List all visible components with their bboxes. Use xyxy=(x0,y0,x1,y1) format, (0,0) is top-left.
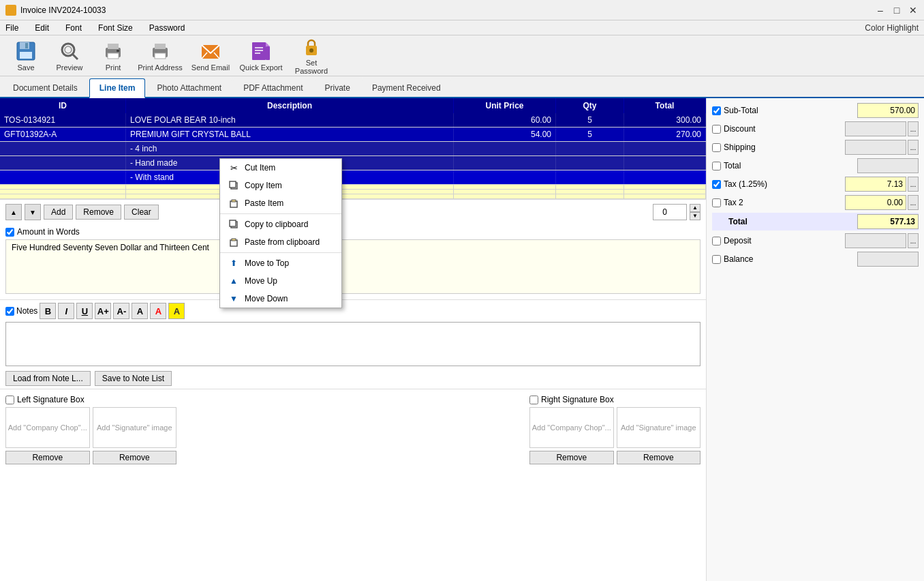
add-button[interactable]: Add xyxy=(44,205,73,220)
remove-chop-left-button[interactable]: Remove xyxy=(5,451,90,464)
qty-input[interactable] xyxy=(653,204,687,220)
remove-sig-left-button[interactable]: Remove xyxy=(93,451,177,464)
load-from-note-button[interactable]: Load from Note L... xyxy=(5,371,91,386)
save-button[interactable]: Save xyxy=(5,38,46,74)
tax2-checkbox[interactable] xyxy=(712,198,721,207)
tab-private[interactable]: Private xyxy=(315,78,360,97)
context-menu-copy-item[interactable]: Copy Item xyxy=(220,177,341,194)
preview-button[interactable]: Preview xyxy=(49,38,90,74)
right-sig-checkbox[interactable] xyxy=(529,396,538,404)
set-password-button[interactable]: Set Password xyxy=(288,38,335,74)
context-menu-copy-clipboard[interactable]: Copy to clipboard xyxy=(220,215,341,233)
table-row[interactable] xyxy=(0,194,706,199)
clear-button[interactable]: Clear xyxy=(124,205,159,220)
cell-qty xyxy=(556,185,624,189)
company-chop-right[interactable]: Add "Company Chop"... xyxy=(529,407,614,448)
print-address-button[interactable]: Print Address xyxy=(136,38,184,74)
tax-value: 7.13 xyxy=(845,177,906,192)
remove-button[interactable]: Remove xyxy=(76,205,121,220)
tab-pdf-attachment[interactable]: PDF Attachment xyxy=(233,78,313,97)
grand-total-value: 577.13 xyxy=(857,214,919,229)
tab-photo-attachment[interactable]: Photo Attachment xyxy=(147,78,232,97)
qty-spinner: ▲ ▼ xyxy=(690,204,700,220)
menu-file[interactable]: File xyxy=(3,22,21,34)
qty-up-button[interactable]: ▲ xyxy=(690,204,700,212)
font-color-red-button[interactable]: A xyxy=(150,303,166,319)
tab-line-item[interactable]: Line Item xyxy=(89,78,146,98)
shipping-checkbox[interactable] xyxy=(712,143,721,152)
sub-total-checkbox[interactable] xyxy=(712,106,721,115)
menu-font-size[interactable]: Font Size xyxy=(95,22,136,34)
font-reset-button[interactable]: A xyxy=(132,303,148,319)
cell-qty xyxy=(556,194,624,198)
table-row[interactable]: - With stand xyxy=(0,170,706,185)
table-header: ID Description Unit Price Qty Total xyxy=(0,98,706,113)
table-row[interactable] xyxy=(0,185,706,190)
table-row[interactable] xyxy=(0,190,706,194)
cell-id xyxy=(0,156,126,170)
tax-checkbox[interactable] xyxy=(712,180,721,189)
amount-words-checkbox[interactable] xyxy=(5,228,14,237)
app-wrapper: Invoice INV2024-10033 – □ ✕ File Edit Fo… xyxy=(0,0,924,581)
company-chop-left[interactable]: Add "Company Chop"... xyxy=(5,407,90,448)
context-menu-cut-item[interactable]: ✂ Cut Item xyxy=(220,159,341,177)
font-increase-button[interactable]: A+ xyxy=(95,303,111,319)
balance-checkbox[interactable] xyxy=(712,255,721,264)
shipping-ellipsis[interactable]: ... xyxy=(908,140,919,155)
total-before-tax-checkbox[interactable] xyxy=(712,162,721,170)
maximize-button[interactable]: □ xyxy=(891,5,902,16)
qty-down-button[interactable]: ▼ xyxy=(690,212,700,220)
menu-edit[interactable]: Edit xyxy=(32,22,52,34)
menu-password[interactable]: Password xyxy=(147,22,188,34)
signature-image-right[interactable]: Add "Signature" image xyxy=(617,407,701,448)
signature-image-left[interactable]: Add "Signature" image xyxy=(93,407,177,448)
right-sig-label: Right Signature Box xyxy=(541,395,614,404)
font-decrease-button[interactable]: A- xyxy=(113,303,129,319)
left-sig-checkbox[interactable] xyxy=(5,396,14,404)
notes-textarea[interactable] xyxy=(5,322,700,366)
preview-label: Preview xyxy=(56,63,82,72)
minimize-button[interactable]: – xyxy=(875,5,886,16)
menu-font[interactable]: Font xyxy=(63,22,84,34)
underline-button[interactable]: U xyxy=(76,303,93,319)
context-menu-paste-clipboard[interactable]: Paste from clipboard xyxy=(220,233,341,251)
table-row[interactable]: - Hand made xyxy=(0,156,706,170)
move-up-icon: ▲ xyxy=(228,275,239,286)
context-menu-move-up[interactable]: ▲ Move Up xyxy=(220,272,341,290)
italic-button[interactable]: I xyxy=(58,303,74,319)
shipping-value xyxy=(845,140,906,155)
print-button[interactable]: Print xyxy=(93,38,134,74)
cell-total xyxy=(624,185,706,189)
close-button[interactable]: ✕ xyxy=(908,5,919,16)
deposit-label: Deposit xyxy=(721,236,845,245)
remove-chop-right-button[interactable]: Remove xyxy=(529,451,614,464)
save-to-note-button[interactable]: Save to Note List xyxy=(95,371,172,386)
move-up-button[interactable]: ▲ xyxy=(5,204,22,220)
context-menu-move-down[interactable]: ▼ Move Down xyxy=(220,290,341,308)
bold-button[interactable]: B xyxy=(40,303,56,319)
context-menu-move-top[interactable]: ⬆ Move to Top xyxy=(220,254,341,272)
deposit-checkbox[interactable] xyxy=(712,237,721,245)
tab-payment-received[interactable]: Payment Received xyxy=(362,78,451,97)
discount-ellipsis[interactable]: ... xyxy=(908,121,919,136)
copy-item-label: Copy Item xyxy=(245,181,282,190)
context-menu-paste-item[interactable]: Paste Item xyxy=(220,194,341,212)
cell-unit-price: 54.00 xyxy=(454,128,556,141)
table-row[interactable]: TOS-0134921 LOVE POLAR BEAR 10-inch 60.0… xyxy=(0,113,706,128)
svg-rect-2 xyxy=(20,52,32,59)
table-row[interactable]: - 4 inch xyxy=(0,142,706,156)
tab-document-details[interactable]: Document Details xyxy=(3,78,88,97)
notes-checkbox[interactable] xyxy=(5,307,14,316)
discount-checkbox[interactable] xyxy=(712,125,721,134)
tax2-ellipsis[interactable]: ... xyxy=(908,195,919,210)
shipping-row: Shipping ... xyxy=(712,139,919,155)
cell-description: LOVE POLAR BEAR 10-inch xyxy=(126,113,454,127)
send-email-button[interactable]: Send Email xyxy=(187,38,234,74)
quick-export-button[interactable]: Quick Export xyxy=(237,38,285,74)
font-color-yellow-button[interactable]: A xyxy=(168,303,185,319)
deposit-ellipsis[interactable]: ... xyxy=(908,233,919,248)
move-down-button[interactable]: ▼ xyxy=(25,204,41,220)
tax-ellipsis[interactable]: ... xyxy=(908,177,919,192)
table-row[interactable]: GFT01392A-A PREMIUM GIFT CRYSTAL BALL 54… xyxy=(0,128,706,142)
remove-sig-right-button[interactable]: Remove xyxy=(617,451,701,464)
